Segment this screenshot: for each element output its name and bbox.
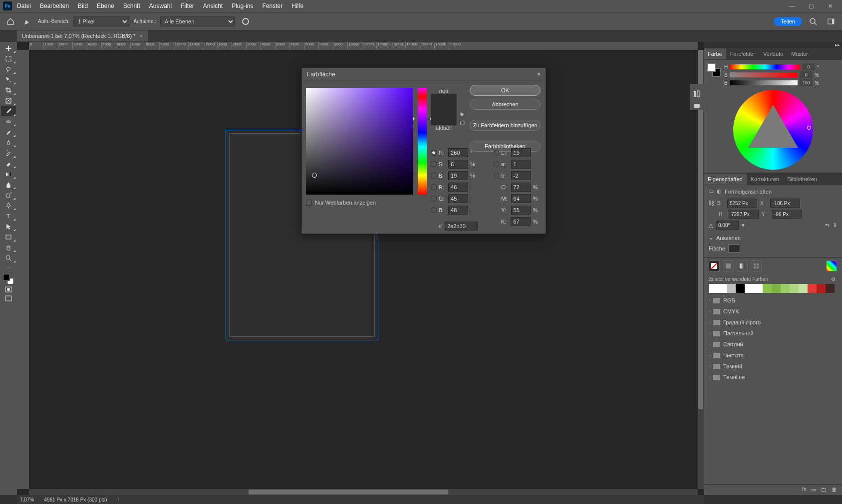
window-maximize[interactable]: ▢ [802,0,820,12]
brush-tool[interactable] [1,127,16,137]
scrollbar-horizontal[interactable] [29,489,698,495]
menu-type[interactable]: Schrift [119,0,144,11]
menu-edit[interactable]: Bearbeiten [36,0,73,11]
trash-icon[interactable]: 🗑 [832,487,837,493]
gradient-icon[interactable] [737,260,748,271]
tab-bibliotheken[interactable]: Bibliotheken [783,174,821,185]
rotation-dropdown[interactable]: ▾ [742,222,745,229]
radio-b[interactable] [431,173,437,179]
lasso-tool[interactable] [1,64,16,74]
add-swatch-button[interactable]: Zu Farbfeldern hinzufügen [470,120,541,131]
sample-size-select[interactable]: 1 Pixel [73,16,129,26]
swatch-folder[interactable]: ›Градації сірого [709,317,837,328]
swatch[interactable] [745,284,754,293]
radio-a[interactable] [494,161,500,167]
healing-tool[interactable] [1,116,16,127]
solid-icon[interactable] [723,260,734,271]
tab-eigenschaften[interactable]: Eigenschaften [704,174,747,185]
fx-icon[interactable]: fx [802,487,806,493]
radio-l[interactable] [494,150,500,156]
tab-verlaufe[interactable]: Verläufe [759,48,787,59]
color-picker-icon[interactable] [826,260,837,271]
menu-filter[interactable]: Filter [177,0,198,11]
cancel-button[interactable]: Abbrechen [470,99,541,110]
menu-plugins[interactable]: Plug-ins [228,0,257,11]
swatch-folder[interactable]: ›Чистота [709,350,837,361]
menu-layer[interactable]: Ebene [93,0,118,11]
dock-icon-2[interactable] [693,102,701,110]
tab-muster[interactable]: Muster [787,48,812,59]
radio-s[interactable] [431,161,437,167]
swatch-folder[interactable]: ›Світлий [709,339,837,350]
frame-tool[interactable] [1,95,16,106]
cube-icon[interactable]: ◈ [460,111,465,117]
c-input[interactable] [511,183,531,192]
y-input[interactable] [511,206,531,215]
new-old-color[interactable] [431,94,457,125]
radio-bc[interactable] [431,207,437,213]
window-minimize[interactable]: — [783,0,801,12]
tab-farbfelder[interactable]: Farbfelder [726,48,759,59]
swatch[interactable] [727,284,736,293]
swatch[interactable] [799,284,808,293]
clone-stamp-tool[interactable] [1,137,16,148]
swatch[interactable] [718,284,727,293]
tab-farbe[interactable]: Farbe [704,48,726,59]
flip-h-icon[interactable]: ⇋ [825,222,830,229]
swatch[interactable] [736,284,745,293]
workspace-icon[interactable] [824,14,838,28]
height-input[interactable]: 7297 Px [729,210,759,219]
radio-b2[interactable] [494,173,500,179]
menu-select[interactable]: Auswahl [145,0,176,11]
sat-value[interactable]: 0 [800,71,813,78]
marquee-tool[interactable] [1,53,16,64]
swatch[interactable] [781,284,790,293]
quickmask-icon[interactable] [1,285,16,294]
radio-g[interactable] [431,196,437,202]
flip-v-icon[interactable]: ⥮ [833,222,837,229]
link-wh-icon[interactable]: ⛓ [709,200,714,206]
gradient-tool[interactable] [1,169,16,179]
fill-swatch[interactable] [728,245,740,252]
close-tab-icon[interactable]: × [139,33,142,39]
dialog-close-icon[interactable]: × [537,71,541,78]
x-input[interactable]: -106 Px [770,199,800,208]
swatch-folder[interactable]: ›Темний [709,361,837,372]
rotation-input[interactable]: 0,00° [716,221,739,230]
document-tab[interactable]: Unbenannt-1 bei 7,07% (Rechteck 1, RGB/8… [17,30,148,41]
width-input[interactable]: 5252 Px [727,199,757,208]
crop-tool[interactable] [1,85,16,95]
swatch-folder[interactable]: ›CMYK [709,306,837,317]
fg-bg-colors[interactable] [3,274,14,285]
rectangle-tool[interactable] [1,232,16,242]
pen-tool[interactable] [1,200,16,211]
collapse-panels-icon[interactable]: ▸▸ [835,42,842,47]
doc-dimensions[interactable]: 4961 Px x 7016 Px (300 ppi) [44,497,107,503]
sv-field[interactable] [306,88,413,195]
dodge-tool[interactable] [1,190,16,200]
share-button[interactable]: Teilen [774,17,802,26]
radio-r[interactable] [431,184,437,190]
k-input[interactable] [511,217,531,226]
sat-slider[interactable] [730,72,798,77]
zoom-level[interactable]: 7,07% [20,497,34,503]
sample-ring-icon[interactable] [239,15,252,28]
edit-toolbar-icon[interactable]: ⋯ [1,263,16,272]
scrollbar-vertical[interactable] [698,50,704,489]
window-close[interactable]: ✕ [821,0,839,12]
hue-strip[interactable] [418,88,427,195]
hue-value[interactable]: 0 [802,63,815,70]
eraser-tool[interactable] [1,158,16,169]
pattern-icon[interactable] [751,260,762,271]
bri-value[interactable]: 100 [800,79,813,86]
blur-tool[interactable] [1,179,16,190]
gear-icon[interactable]: ⚙. [831,276,837,282]
y-input[interactable]: -96 Px [772,210,802,219]
swatch-folder[interactable]: ›Пастельний [709,328,837,339]
bc-input[interactable] [448,206,468,215]
path-select-tool[interactable] [1,221,16,232]
status-chevron[interactable]: 〉 [117,496,122,503]
swatch[interactable] [808,284,817,293]
move-tool[interactable] [1,43,16,53]
l-input[interactable] [511,148,531,157]
